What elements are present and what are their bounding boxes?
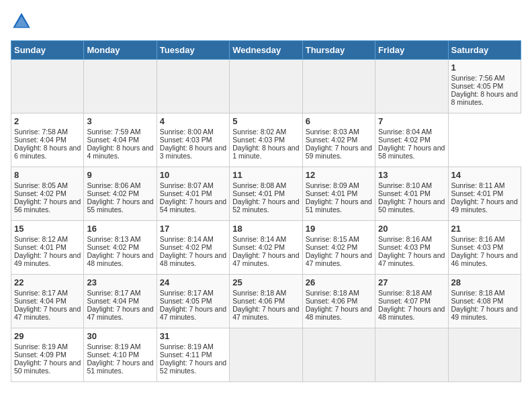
daylight: Daylight: 7 hours and 47 minutes. [14, 305, 81, 321]
daylight: Daylight: 7 hours and 50 minutes. [378, 197, 445, 214]
calendar-week-row: 22 Sunrise: 8:17 AM Sunset: 4:04 PM Dayl… [11, 275, 521, 328]
day-number: 1 [451, 62, 518, 73]
day-number: 4 [160, 116, 226, 126]
sunrise: Sunrise: 8:18 AM [232, 289, 286, 297]
sunrise: Sunrise: 8:02 AM [232, 128, 286, 136]
daylight: Daylight: 7 hours and 52 minutes. [232, 197, 299, 214]
day-number: 11 [232, 170, 299, 180]
sunset: Sunset: 4:06 PM [306, 297, 358, 305]
day-number: 25 [232, 277, 299, 287]
calendar-cell: 21 Sunrise: 8:16 AM Sunset: 4:03 PM Dayl… [448, 221, 521, 275]
sunrise: Sunrise: 8:10 AM [378, 181, 432, 189]
sunset: Sunset: 4:03 PM [232, 136, 285, 144]
calendar-cell: 5 Sunrise: 8:02 AM Sunset: 4:03 PM Dayli… [230, 113, 302, 167]
daylight: Daylight: 7 hours and 48 minutes. [378, 305, 445, 321]
calendar-cell [302, 328, 375, 382]
day-number: 14 [451, 170, 518, 180]
calendar-cell: 10 Sunrise: 8:07 AM Sunset: 4:01 PM Dayl… [157, 167, 229, 221]
sunrise: Sunrise: 8:14 AM [232, 235, 286, 243]
sunset: Sunset: 4:04 PM [14, 136, 66, 144]
calendar-cell: 14 Sunrise: 8:11 AM Sunset: 4:01 PM Dayl… [448, 167, 521, 221]
sunset: Sunset: 4:07 PM [378, 297, 431, 305]
sunset: Sunset: 4:02 PM [14, 189, 66, 197]
sunset: Sunset: 4:06 PM [232, 297, 285, 305]
calendar-cell: 17 Sunrise: 8:14 AM Sunset: 4:02 PM Dayl… [157, 221, 229, 275]
day-header-monday: Monday [84, 41, 157, 60]
calendar-cell: 24 Sunrise: 8:17 AM Sunset: 4:05 PM Dayl… [157, 275, 229, 328]
sunrise: Sunrise: 8:18 AM [306, 289, 359, 297]
calendar-cell: 26 Sunrise: 8:18 AM Sunset: 4:06 PM Dayl… [302, 275, 375, 328]
day-number: 17 [160, 224, 226, 234]
sunrise: Sunrise: 8:19 AM [87, 342, 140, 351]
day-number: 13 [378, 170, 445, 180]
sunset: Sunset: 4:01 PM [306, 189, 358, 197]
calendar-cell [448, 328, 521, 382]
page-header [11, 11, 521, 32]
daylight: Daylight: 7 hours and 48 minutes. [87, 251, 153, 267]
sunset: Sunset: 4:02 PM [87, 189, 139, 197]
day-number: 6 [306, 116, 372, 126]
sunrise: Sunrise: 8:14 AM [160, 235, 214, 243]
sunrise: Sunrise: 7:56 AM [451, 74, 505, 82]
calendar-cell: 22 Sunrise: 8:17 AM Sunset: 4:04 PM Dayl… [11, 275, 84, 328]
sunset: Sunset: 4:04 PM [87, 297, 139, 305]
daylight: Daylight: 7 hours and 49 minutes. [451, 197, 518, 214]
calendar-week-row: 2 Sunrise: 7:58 AM Sunset: 4:04 PM Dayli… [11, 113, 521, 167]
calendar-cell: 6 Sunrise: 8:03 AM Sunset: 4:02 PM Dayli… [302, 113, 375, 167]
day-number: 19 [306, 224, 372, 234]
sunset: Sunset: 4:10 PM [87, 351, 139, 359]
sunset: Sunset: 4:05 PM [160, 297, 212, 305]
calendar-cell [302, 60, 375, 113]
calendar-cell: 30 Sunrise: 8:19 AM Sunset: 4:10 PM Dayl… [84, 328, 157, 382]
calendar-header-row: SundayMondayTuesdayWednesdayThursdayFrid… [11, 41, 521, 60]
calendar-cell: 29 Sunrise: 8:19 AM Sunset: 4:09 PM Dayl… [11, 328, 84, 382]
sunrise: Sunrise: 8:19 AM [14, 342, 68, 351]
sunrise: Sunrise: 8:03 AM [306, 128, 359, 136]
sunset: Sunset: 4:02 PM [232, 243, 285, 251]
day-number: 9 [87, 170, 153, 180]
day-header-wednesday: Wednesday [230, 41, 302, 60]
sunset: Sunset: 4:01 PM [378, 189, 431, 197]
sunrise: Sunrise: 8:05 AM [14, 181, 68, 189]
daylight: Daylight: 7 hours and 47 minutes. [232, 251, 299, 267]
calendar-cell: 15 Sunrise: 8:12 AM Sunset: 4:01 PM Dayl… [11, 221, 84, 275]
logo-icon [11, 11, 32, 32]
day-number: 18 [232, 224, 299, 234]
daylight: Daylight: 8 hours and 8 minutes. [451, 90, 518, 106]
daylight: Daylight: 7 hours and 49 minutes. [451, 305, 518, 321]
daylight: Daylight: 7 hours and 54 minutes. [160, 197, 226, 214]
calendar-cell [375, 328, 448, 382]
daylight: Daylight: 7 hours and 47 minutes. [306, 251, 372, 267]
sunset: Sunset: 4:09 PM [14, 351, 66, 359]
day-number: 22 [14, 277, 81, 287]
calendar-cell: 12 Sunrise: 8:09 AM Sunset: 4:01 PM Dayl… [302, 167, 375, 221]
calendar-cell [375, 60, 448, 113]
sunset: Sunset: 4:03 PM [451, 243, 504, 251]
daylight: Daylight: 8 hours and 6 minutes. [14, 144, 81, 160]
calendar-cell: 11 Sunrise: 8:08 AM Sunset: 4:01 PM Dayl… [230, 167, 302, 221]
daylight: Daylight: 7 hours and 47 minutes. [378, 251, 445, 267]
sunrise: Sunrise: 8:13 AM [87, 235, 140, 243]
calendar-cell [84, 60, 157, 113]
sunset: Sunset: 4:04 PM [14, 297, 66, 305]
logo [11, 11, 35, 32]
sunrise: Sunrise: 8:08 AM [232, 181, 286, 189]
calendar-cell: 31 Sunrise: 8:19 AM Sunset: 4:11 PM Dayl… [157, 328, 229, 382]
daylight: Daylight: 7 hours and 47 minutes. [87, 305, 153, 321]
sunrise: Sunrise: 8:12 AM [14, 235, 68, 243]
daylight: Daylight: 7 hours and 51 minutes. [306, 197, 372, 214]
day-header-tuesday: Tuesday [157, 41, 229, 60]
sunset: Sunset: 4:05 PM [451, 82, 504, 90]
day-number: 3 [87, 116, 153, 126]
calendar-cell: 13 Sunrise: 8:10 AM Sunset: 4:01 PM Dayl… [375, 167, 448, 221]
day-header-sunday: Sunday [11, 41, 84, 60]
calendar-cell: 23 Sunrise: 8:17 AM Sunset: 4:04 PM Dayl… [84, 275, 157, 328]
daylight: Daylight: 7 hours and 59 minutes. [306, 144, 372, 160]
daylight: Daylight: 7 hours and 49 minutes. [14, 251, 81, 267]
calendar-week-row: 15 Sunrise: 8:12 AM Sunset: 4:01 PM Dayl… [11, 221, 521, 275]
day-number: 10 [160, 170, 226, 180]
day-number: 28 [451, 277, 518, 287]
day-number: 24 [160, 277, 226, 287]
sunset: Sunset: 4:02 PM [378, 136, 431, 144]
sunset: Sunset: 4:03 PM [160, 136, 212, 144]
